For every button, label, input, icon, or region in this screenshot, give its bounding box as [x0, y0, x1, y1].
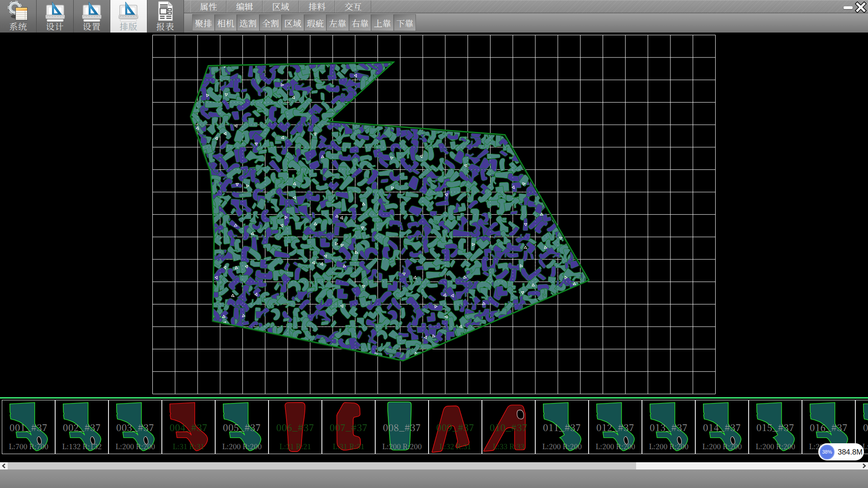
- nested-piece[interactable]: [308, 169, 317, 177]
- nested-piece[interactable]: [297, 249, 308, 263]
- piece-cell-009_#37[interactable]: 009_#37 L:32 R:31: [429, 400, 482, 454]
- main-button-settings[interactable]: 设置: [74, 0, 110, 33]
- piece-cell-005_#37[interactable]: 005_#37 L:200 R:200: [215, 400, 269, 454]
- nested-piece[interactable]: [288, 71, 293, 78]
- nested-piece[interactable]: [231, 111, 240, 121]
- main-button-nesting[interactable]: 排版: [110, 0, 147, 33]
- nested-piece[interactable]: [530, 253, 534, 260]
- nested-piece[interactable]: [248, 65, 253, 77]
- nested-piece[interactable]: [280, 310, 294, 324]
- tool-button-cluster[interactable]: 聚排: [192, 14, 215, 31]
- piece-name: 003_#37: [109, 420, 161, 434]
- nested-piece[interactable]: [339, 154, 352, 161]
- horizontal-scrollbar[interactable]: [0, 462, 868, 469]
- nested-piece[interactable]: [368, 279, 377, 288]
- tool-button-selectcut[interactable]: 选割: [237, 14, 259, 31]
- piece-cell-001_#37[interactable]: 001_#37 L:700 R:700: [2, 400, 55, 454]
- nested-piece[interactable]: [428, 246, 441, 260]
- nested-piece[interactable]: [510, 211, 517, 215]
- nested-piece[interactable]: [257, 278, 267, 287]
- piece-cell-011_#37[interactable]: 011_#37 L:200 R:200: [535, 400, 589, 454]
- nested-piece[interactable]: [269, 160, 283, 174]
- menu-tab-property[interactable]: 属性: [190, 0, 226, 13]
- memory-badge[interactable]: 38% 384.8M: [818, 443, 864, 460]
- nested-piece[interactable]: [330, 320, 338, 328]
- nested-piece[interactable]: [360, 197, 368, 211]
- tool-button-snapleft[interactable]: 左靠: [326, 14, 349, 31]
- nested-piece[interactable]: [499, 158, 506, 171]
- nested-piece[interactable]: [400, 308, 406, 319]
- nested-piece[interactable]: [470, 238, 476, 251]
- nested-piece[interactable]: [386, 232, 398, 237]
- tool-button-camera[interactable]: 相机: [215, 14, 237, 31]
- nested-piece[interactable]: [211, 66, 218, 75]
- piece-thumbnail-strip: 001_#37 L:700 R:700 002_#37 L:132 R:132 …: [0, 399, 868, 462]
- nested-piece[interactable]: [241, 89, 247, 93]
- nested-piece[interactable]: [487, 153, 500, 159]
- main-button-design[interactable]: 设计: [37, 0, 73, 33]
- menu-tab-material[interactable]: 排料: [299, 0, 335, 13]
- scroll-left-button[interactable]: [0, 462, 8, 469]
- piece-cell-003_#37[interactable]: 003_#37 L:200 R:200: [108, 400, 162, 454]
- nested-piece[interactable]: [349, 207, 357, 221]
- tool-button-cutall[interactable]: 全割: [259, 14, 282, 31]
- piece-cell-007_#37[interactable]: 007_#37 L:31 R:31: [322, 400, 375, 454]
- nested-piece[interactable]: [270, 308, 280, 320]
- nested-piece[interactable]: [283, 262, 291, 271]
- piece-cell-004_#37[interactable]: 004_#37 L:31 R:31: [162, 400, 215, 454]
- piece-cell-013_#37[interactable]: 013_#37 L:200 R:200: [642, 400, 695, 454]
- tool-button-snapright[interactable]: 右靠: [349, 14, 372, 31]
- tool-button-label: 相机: [217, 17, 234, 29]
- menu-tab-interact[interactable]: 交互: [335, 0, 371, 13]
- nested-piece[interactable]: [410, 215, 415, 222]
- scrollbar-thumb[interactable]: [8, 462, 636, 469]
- menu-tab-label: 编辑: [236, 0, 253, 12]
- minimize-button[interactable]: [842, 1, 854, 14]
- piece-cell-015_#37[interactable]: 015_#37 L:200 R:200: [749, 400, 802, 454]
- nested-piece[interactable]: [405, 192, 419, 198]
- nested-piece[interactable]: [241, 246, 250, 263]
- nested-piece[interactable]: [268, 145, 283, 164]
- nested-piece[interactable]: [506, 252, 519, 258]
- nested-piece[interactable]: [394, 182, 409, 191]
- nested-piece[interactable]: [247, 297, 262, 309]
- tool-button-label: 区域: [284, 17, 302, 29]
- nested-piece[interactable]: [336, 288, 349, 300]
- nested-piece[interactable]: [399, 224, 403, 230]
- piece-lr-count: L:200 R:200: [642, 441, 695, 451]
- menu-tab-edit[interactable]: 编辑: [226, 0, 263, 13]
- nested-piece[interactable]: [399, 173, 408, 180]
- piece-lr-count: L:21 R:21: [269, 441, 321, 451]
- nested-piece[interactable]: [400, 201, 407, 215]
- main-button-report[interactable]: 报表: [147, 0, 184, 33]
- nested-piece[interactable]: [427, 294, 436, 303]
- nested-piece[interactable]: [364, 247, 378, 258]
- nested-piece[interactable]: [294, 267, 301, 281]
- nested-piece[interactable]: [426, 282, 438, 288]
- nested-piece[interactable]: [321, 321, 329, 325]
- main-button-system[interactable]: 系统: [0, 0, 37, 33]
- nested-piece[interactable]: [274, 250, 291, 259]
- nested-piece[interactable]: [427, 312, 436, 322]
- scroll-right-button[interactable]: [860, 462, 868, 469]
- tool-button-snapup[interactable]: 上靠: [371, 14, 394, 31]
- nested-piece[interactable]: [247, 117, 259, 127]
- nested-piece[interactable]: [381, 178, 388, 183]
- nested-piece[interactable]: [320, 93, 326, 101]
- tool-button-defect[interactable]: 瑕疵: [304, 14, 327, 31]
- piece-cell-008_#37[interactable]: 008_#37 L:200 R:200: [375, 400, 429, 454]
- piece-cell-012_#37[interactable]: 012_#37 L:200 R:200: [589, 400, 642, 454]
- menu-tab-region[interactable]: 区域: [263, 0, 299, 13]
- piece-cell-010_#37[interactable]: 010_#37 L:33 R:33: [482, 400, 535, 454]
- piece-cell-014_#37[interactable]: 014_#37 L:200 R:200: [695, 400, 749, 454]
- close-button[interactable]: [854, 1, 867, 14]
- nested-piece[interactable]: [311, 90, 317, 94]
- tool-button-area[interactable]: 区域: [282, 14, 304, 31]
- tool-button-snapdown[interactable]: 下靠: [394, 14, 416, 31]
- nested-piece[interactable]: [334, 326, 351, 340]
- nested-piece[interactable]: [435, 200, 449, 207]
- piece-cell-006_#37[interactable]: 006_#37 L:21 R:21: [269, 400, 322, 454]
- menu-tab-label: 区域: [272, 0, 289, 12]
- nesting-canvas[interactable]: [0, 33, 868, 397]
- piece-cell-002_#37[interactable]: 002_#37 L:132 R:132: [55, 400, 108, 454]
